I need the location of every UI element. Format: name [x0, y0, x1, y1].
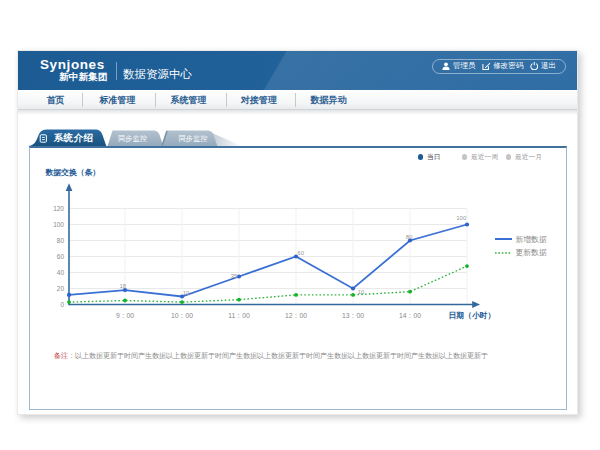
data-point[interactable] — [465, 222, 469, 226]
data-point[interactable] — [465, 264, 469, 268]
app-window: Synjones 新中新集团 数据资源中心 管理员 修改密码 退出 首页 标准管… — [17, 50, 578, 415]
nav-separator — [82, 93, 83, 107]
legend-item-updated-data[interactable]: 更新数据 — [495, 247, 547, 258]
y-axis-arrow — [66, 183, 73, 191]
tab-sync-monitor-1[interactable]: 同步监控 — [118, 134, 147, 144]
user-icon — [442, 62, 450, 70]
user-toolbar: 管理员 修改密码 退出 — [432, 59, 566, 74]
nav-separator — [226, 93, 227, 107]
change-password-button[interactable]: 修改密码 — [482, 61, 524, 71]
point-label: 100 — [456, 215, 467, 221]
data-point[interactable] — [237, 274, 241, 278]
footnote: 备注：以上数据更新于时间产生数据以上数据更新于时间产生数据以上数据更新于时间产生… — [54, 351, 488, 361]
nav-item-interface[interactable]: 对接管理 — [241, 94, 277, 107]
change-password-label: 修改密码 — [493, 61, 523, 71]
power-icon — [530, 62, 539, 71]
y-tick-label: 40 — [57, 269, 65, 276]
point-label: 18 — [119, 283, 126, 289]
logout-label: 退出 — [541, 61, 556, 71]
nav-item-standards[interactable]: 标准管理 — [100, 94, 136, 107]
footnote-text: ：以上数据更新于时间产生数据以上数据更新于时间产生数据以上数据更新于时间产生数据… — [68, 352, 488, 359]
x-axis-arrow — [472, 301, 480, 308]
legend-line-solid — [495, 237, 512, 241]
header: Synjones 新中新集团 数据资源中心 管理员 修改密码 退出 — [18, 51, 577, 91]
point-label: 10 — [358, 289, 365, 295]
y-tick-label: 20 — [57, 285, 65, 292]
logo-divider — [116, 62, 117, 80]
legend-label: 更新数据 — [516, 247, 547, 258]
logout-button[interactable]: 退出 — [530, 61, 557, 71]
data-point[interactable] — [408, 290, 412, 294]
y-tick-label: 100 — [53, 221, 64, 228]
logo-company-name: 新中新集团 — [59, 71, 108, 84]
x-tick-label: 11：00 — [228, 312, 250, 319]
nav-item-home[interactable]: 首页 — [47, 94, 65, 107]
data-point[interactable] — [180, 300, 184, 304]
x-tick-label: 10：00 — [171, 312, 193, 319]
nav-shadow — [18, 110, 577, 115]
point-label: 60 — [297, 250, 304, 256]
y-tick-label: 80 — [57, 237, 65, 244]
data-point[interactable] — [294, 293, 298, 297]
legend-label: 新增数据 — [516, 234, 547, 245]
data-point[interactable] — [351, 286, 355, 290]
data-point[interactable] — [351, 293, 355, 297]
point-label: 35 — [231, 273, 238, 279]
x-tick-label: 9：00 — [116, 312, 134, 319]
nav-separator — [295, 93, 296, 107]
data-point[interactable] — [67, 293, 71, 297]
nav-separator — [155, 93, 156, 107]
app-title: 数据资源中心 — [123, 67, 192, 82]
tab-system-intro[interactable]: 系统介绍 — [54, 132, 94, 145]
x-tick-label: 14：00 — [399, 312, 421, 319]
y-tick-label: 120 — [53, 205, 64, 212]
legend-line-dotted — [495, 251, 512, 255]
footnote-mark: 备注 — [54, 352, 68, 359]
point-label: 80 — [406, 234, 413, 240]
x-tick-label: 12：00 — [285, 312, 307, 319]
nav-item-system[interactable]: 系统管理 — [171, 94, 207, 107]
tab-sync-monitor-2[interactable]: 同步监控 — [179, 134, 208, 144]
x-tick-label: 13：00 — [342, 312, 364, 319]
series-line-1 — [69, 266, 467, 302]
line-chart: 0204060801001209：0010：0011：0012：0013：001… — [30, 148, 566, 408]
point-label: 10 — [183, 290, 190, 296]
edit-icon — [482, 62, 491, 71]
data-point[interactable] — [237, 298, 241, 302]
data-point[interactable] — [123, 299, 127, 303]
y-tick-label: 0 — [60, 301, 64, 308]
user-name: 管理员 — [453, 61, 476, 71]
data-point[interactable] — [67, 300, 71, 304]
content-panel: 当日 最近一周 最近一月 数据交换（条） 日期（小时） 020406080100… — [29, 146, 567, 410]
legend-item-new-data[interactable]: 新增数据 — [495, 234, 547, 245]
user-menu[interactable]: 管理员 — [442, 61, 476, 71]
nav-item-data-change[interactable]: 数据异动 — [311, 94, 347, 107]
y-tick-label: 60 — [57, 253, 65, 260]
